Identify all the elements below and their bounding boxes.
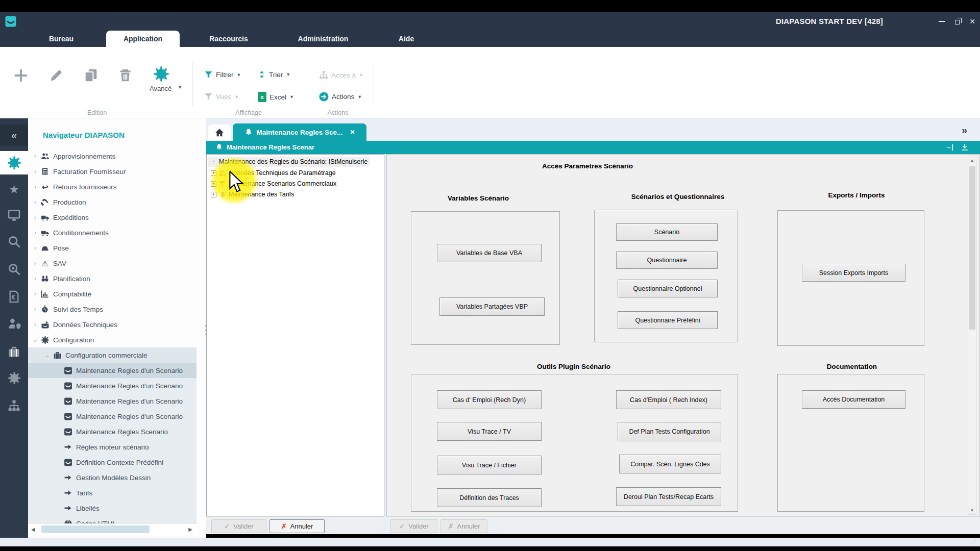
tab-home[interactable] [208, 124, 231, 141]
def-plan-tests-button[interactable]: Def Plan Tests Configuration [618, 422, 721, 441]
menu-application[interactable]: Application [106, 31, 180, 47]
menu-raccourcis[interactable]: Raccourcis [203, 31, 254, 47]
resize-grip[interactable]: ⋰ [971, 539, 978, 545]
sidebar-item-maintenance-regles-scenario[interactable]: Maintenance Regles Scenario [28, 424, 197, 439]
rail-item-invoicing[interactable] [0, 285, 28, 308]
rail-item-hierarchy[interactable] [0, 394, 28, 417]
views-button[interactable]: Vues ▼ [204, 92, 239, 101]
panel-splitter[interactable] [204, 323, 207, 337]
sidebar-item-approvisionnements[interactable]: ›Approvisionnements [28, 148, 197, 164]
sidebar-item-configuration-commerciale[interactable]: ⌄Configuration commerciale [28, 347, 197, 363]
sidebar-item-planification[interactable]: ›Planification [28, 271, 197, 286]
actions-button[interactable]: Actions ▼ [319, 92, 362, 102]
sidebar-item-definition-contexte[interactable]: Définition Contexte Prédéfini [28, 455, 197, 470]
variables-base-vba-button[interactable]: Variables de Base VBA [437, 244, 542, 262]
rail-collapse-button[interactable]: « [0, 124, 28, 146]
rail-item-business[interactable] [0, 340, 28, 363]
menu-administration[interactable]: Administration [292, 31, 354, 47]
close-button[interactable]: ✕ [966, 16, 979, 27]
form-valider-button[interactable]: ✓ Valider [390, 519, 437, 533]
window-title: DIAPASON START DEV [428] [776, 17, 883, 26]
minimize-icon [939, 21, 945, 22]
tree-annuler-button[interactable]: ✗ Annuler [270, 519, 325, 533]
tree-valider-button[interactable]: ✓ Valider [211, 519, 266, 533]
sidebar-item-libelles[interactable]: Libellés [28, 500, 197, 516]
rail-item-users[interactable] [0, 312, 28, 336]
tab-overflow-icon[interactable]: » [962, 124, 967, 136]
sidebar-item-sav[interactable]: ›⚠SAV [28, 256, 197, 271]
sidebar-item-gestion-modeles[interactable]: Gestion Modèles Dessin [28, 470, 197, 485]
scroll-left-icon[interactable]: ◀ [31, 527, 35, 532]
rail-item-search[interactable] [0, 230, 28, 253]
cas-emploi-rech-dyn-button[interactable]: Cas d' Emploi (Rech Dyn) [437, 390, 542, 409]
scrollbar-thumb[interactable] [969, 166, 975, 330]
questionnaire-predefini-button[interactable]: Questionnaire Préféfini [618, 311, 718, 329]
group-header-variables: Variables Scénario [448, 194, 509, 202]
delete-button[interactable] [118, 68, 132, 82]
tray-icon [64, 397, 72, 406]
sidebar-item-maintenance-regles-1[interactable]: Maintenance Regles d'un Scenario [28, 363, 197, 378]
group-label-edition: Edition [87, 109, 107, 116]
restore-button[interactable] [950, 16, 964, 27]
sidebar-item-codes-html[interactable]: Codes HTML [28, 516, 197, 523]
acces-documentation-button[interactable]: Accès Documentation [802, 390, 905, 409]
excel-caret-icon: ▼ [289, 94, 294, 99]
edit-button[interactable] [50, 69, 63, 82]
sidebar-item-maintenance-regles-3[interactable]: Maintenance Regles d'un Scenario [28, 393, 197, 409]
form-annuler-button[interactable]: ✗ Annuler [440, 519, 487, 533]
variables-partagees-vbp-button[interactable]: Variables Partagées VBP [439, 297, 545, 316]
sidebar-item-maintenance-regles-4[interactable]: Maintenance Regles d'un Scenario [28, 409, 197, 424]
sort-button[interactable]: Trier ▼ [258, 70, 290, 79]
rail-item-screens[interactable] [0, 203, 28, 227]
sidebar-item-donnees-techniques[interactable]: ›Données Techniques [28, 317, 197, 332]
scroll-right-icon[interactable]: ▶ [188, 527, 192, 532]
excel-button[interactable]: x Excel ▼ [258, 92, 294, 102]
copy-button[interactable] [84, 68, 98, 83]
sidebar-item-facturation[interactable]: ›Facturation Fournisseur [28, 164, 197, 179]
sidebar-item-tarifs[interactable]: Tarifs [28, 485, 197, 500]
sidebar-item-expeditions[interactable]: ›Expéditions [28, 210, 197, 225]
sidebar-item-maintenance-regles-2[interactable]: Maintenance Regles d'un Scenario [28, 378, 197, 393]
sidebar-horizontal-scrollbar[interactable]: ◀ ▶ [28, 523, 197, 535]
cas-emploi-rech-index-button[interactable]: Cas d'Emploi ( Rech Index) [616, 390, 721, 409]
sidebar-item-regles-moteur[interactable]: Règles moteur scénario [28, 439, 197, 455]
questionnaire-button[interactable]: Questionnaire [616, 252, 718, 269]
goto-end-icon[interactable]: →| [945, 143, 953, 151]
sidebar-item-production[interactable]: ›Production [28, 194, 197, 210]
sidebar-item-retours[interactable]: ›↩Retours fournisseurs [28, 179, 197, 194]
menu-aide[interactable]: Aide [394, 31, 419, 47]
visu-trace-tv-button[interactable]: Visu Trace / TV [437, 422, 542, 441]
advanced-button[interactable] [153, 66, 169, 82]
sidebar-item-conditionnements[interactable]: ›Conditionnements [28, 225, 197, 240]
form-vertical-scrollbar[interactable]: ▲ ▼ [968, 156, 976, 515]
definition-traces-button[interactable]: Définition des Traces [437, 488, 542, 507]
minimize-button[interactable] [935, 16, 948, 27]
access-to-button[interactable]: Accès à ▼ [319, 70, 363, 80]
rail-item-settings[interactable] [0, 366, 28, 390]
add-button[interactable] [14, 69, 28, 82]
sidebar-item-pose[interactable]: ›Pose [28, 240, 197, 256]
rail-item-search-advanced[interactable] [0, 257, 28, 281]
scroll-up-icon[interactable]: ▲ [968, 156, 976, 164]
advanced-caret-icon[interactable]: ▼ [178, 85, 182, 90]
scrollbar-thumb[interactable] [41, 525, 150, 533]
visu-trace-fichier-button[interactable]: Visu Trace / Fichier [437, 456, 542, 474]
tab-maintenance-regles[interactable]: Maintenance Regles Sce... ✕ [233, 123, 366, 141]
download-icon[interactable] [961, 143, 969, 152]
tab-close-icon[interactable]: ✕ [350, 129, 355, 136]
questionnaire-optionnel-button[interactable]: Questionnaire Optionnel [618, 280, 718, 297]
calculator-icon [41, 167, 49, 176]
sidebar-item-suivi-des-temps[interactable]: ›Suivi des Temps [28, 302, 197, 317]
filter-button[interactable]: Filtrer ▼ [204, 70, 241, 79]
scenario-button[interactable]: Scénario [616, 223, 718, 241]
deroul-plan-tests-button[interactable]: Deroul Plan Tests/Recap Ecarts [616, 487, 721, 506]
sidebar-item-comptabilite[interactable]: ›Comptabilité [28, 286, 197, 302]
scroll-down-icon[interactable]: ▼ [968, 506, 976, 514]
compar-scen-lignes-button[interactable]: Compar. Scén. Lignes Cdes [619, 455, 721, 473]
menu-bureau[interactable]: Bureau [43, 31, 79, 47]
rail-item-modules[interactable] [0, 151, 28, 174]
sidebar-item-configuration[interactable]: ⌄Configuration [28, 332, 197, 347]
rail-item-favorites[interactable]: ★ [0, 178, 28, 201]
session-exports-imports-button[interactable]: Session Exports Imports [802, 264, 905, 282]
wheel-icon [7, 156, 21, 170]
